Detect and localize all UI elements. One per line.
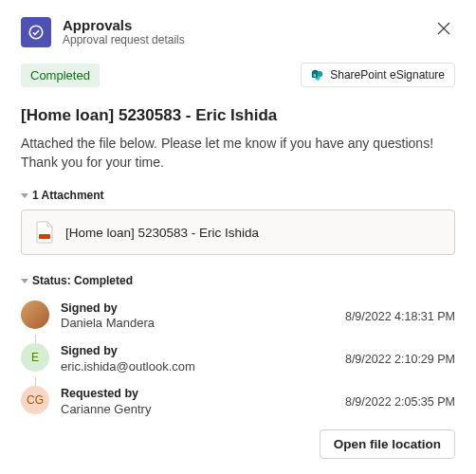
entry-action: Requested by	[61, 386, 334, 401]
provider-label: SharePoint eSignature	[330, 68, 445, 82]
request-description: Attached the file below. Please let me k…	[21, 135, 455, 172]
header-text: Approvals Approval request details	[63, 17, 421, 46]
dialog-footer: Open file location	[320, 429, 455, 459]
attachment-name: [Home loan] 5230583 - Eric Ishida	[65, 226, 259, 240]
entry-timestamp: 8/9/2022 4:18:31 PM	[345, 310, 455, 323]
attachments-section-label[interactable]: 1 Attachment	[21, 189, 455, 202]
entry-actor: Daniela Mandera	[61, 316, 334, 332]
avatar	[21, 301, 49, 329]
avatar: CG	[21, 386, 49, 414]
open-file-location-button[interactable]: Open file location	[320, 429, 455, 459]
avatar: E	[21, 343, 49, 372]
entry-timestamp: 8/9/2022 2:10:29 PM	[345, 353, 455, 366]
entry-action: Signed by	[61, 343, 334, 358]
entry-actor: eric.ishida@outlook.com	[61, 359, 334, 375]
dialog-header: Approvals Approval request details	[21, 17, 455, 47]
entry-timestamp: 8/9/2022 2:05:35 PM	[345, 395, 455, 409]
timeline-entry: E Signed by eric.ishida@outlook.com 8/9/…	[21, 337, 455, 380]
timeline-entry: Signed by Daniela Mandera 8/9/2022 4:18:…	[21, 295, 455, 337]
status-row: Completed S SharePoint eSignature	[21, 63, 455, 87]
request-title: [Home loan] 5230583 - Eric Ishida	[21, 106, 455, 125]
provider-badge[interactable]: S SharePoint eSignature	[301, 63, 455, 87]
sharepoint-icon: S	[311, 68, 324, 82]
entry-actor: Carianne Gentry	[61, 402, 334, 418]
header-subtitle: Approval request details	[63, 33, 421, 46]
svg-rect-8	[39, 234, 50, 239]
svg-text:S: S	[314, 73, 317, 78]
entry-action: Signed by	[61, 301, 334, 316]
status-section-label[interactable]: Status: Completed	[21, 274, 455, 287]
timeline: Signed by Daniela Mandera 8/9/2022 4:18:…	[21, 295, 455, 423]
header-title: Approvals	[63, 17, 421, 33]
close-icon	[437, 22, 450, 35]
timeline-entry: CG Requested by Carianne Gentry 8/9/2022…	[21, 380, 455, 423]
attachment-item[interactable]: [Home loan] 5230583 - Eric Ishida	[21, 210, 455, 255]
chevron-down-icon	[21, 279, 28, 283]
status-badge: Completed	[21, 64, 100, 87]
file-icon	[35, 221, 54, 244]
approvals-app-icon	[21, 17, 51, 47]
close-button[interactable]	[432, 17, 455, 40]
chevron-down-icon	[21, 193, 28, 198]
